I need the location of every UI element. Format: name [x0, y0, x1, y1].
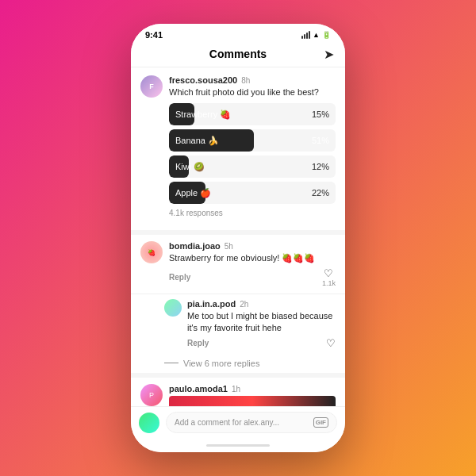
poll-pct-1: 51% [312, 136, 329, 145]
bomdia-meta: bomdia.joao 5h [169, 241, 336, 251]
phone-shell: 9:41 ▲ 🔋 Comments ➤ F fresco.sousa200 [131, 24, 345, 452]
comments-header: Comments ➤ [131, 43, 345, 67]
avatar-fresco[interactable]: F [140, 75, 163, 98]
poll-option-3[interactable]: Apple 🍎 22% [169, 182, 336, 204]
poll-pct-3: 22% [312, 188, 329, 198]
poll-option-1[interactable]: Banana 🍌 51% [169, 129, 336, 152]
pia-time: 2h [240, 300, 248, 309]
home-indicator [131, 438, 345, 452]
scroll-area[interactable]: F fresco.sousa200 8h Which fruit photo d… [131, 67, 345, 406]
bottom-bar: Add a comment for alex.any... GIF [131, 406, 345, 438]
bomdia-reply-btn[interactable]: Reply [169, 273, 190, 282]
pia-meta: pia.in.a.pod 2h [187, 299, 336, 309]
poll-comment-row: F fresco.sousa200 8h Which fruit photo d… [140, 75, 336, 221]
poll-username[interactable]: fresco.sousa200 [169, 75, 237, 85]
poll-comment-block: F fresco.sousa200 8h Which fruit photo d… [131, 67, 345, 235]
bomdia-time: 5h [225, 242, 233, 251]
poll-responses: 4.1k responses [169, 209, 336, 217]
poll-label-2: Kiwi 🥝 [169, 162, 211, 172]
paulo-time: 1h [232, 385, 240, 393]
battery-icon: 🔋 [322, 31, 331, 39]
poll-pct-2: 12% [312, 162, 329, 171]
heart-icon[interactable]: ♡ [324, 267, 333, 279]
paulo-content: paulo.amoda1 1h [169, 384, 336, 406]
paulo-username[interactable]: paulo.amoda1 [169, 384, 228, 393]
comment-input-placeholder: Add a comment for alex.any... [175, 418, 279, 427]
poll-question: Which fruit photo did you like the best? [169, 86, 336, 98]
view-more-line [164, 363, 178, 363]
poll-pct-0: 15% [312, 109, 329, 119]
view-more-text[interactable]: View 6 more replies [183, 359, 259, 368]
poll-option-2[interactable]: Kiwi 🥝 12% [169, 155, 336, 178]
pia-actions: Reply ♡ [187, 337, 336, 349]
paulo-meta: paulo.amoda1 1h [169, 384, 336, 393]
comment-bomdia-content: bomdia.joao 5h Strawberry for me obvious… [169, 241, 336, 286]
paulo-image-strip [169, 396, 336, 406]
poll-comment-content: fresco.sousa200 8h Which fruit photo did… [169, 75, 336, 221]
avatar-bomdia[interactable]: 🍓 [140, 241, 163, 263]
poll-label-0: Strawberry 🍓 [169, 109, 237, 120]
home-bar [206, 444, 270, 447]
poll-comment-meta: fresco.sousa200 8h [169, 75, 336, 85]
view-more-replies[interactable]: View 6 more replies [131, 354, 345, 378]
status-icons: ▲ 🔋 [301, 31, 331, 39]
poll-label-1: Banana 🍌 [169, 136, 225, 146]
bomdia-actions: Reply ♡ 1.1k [169, 267, 336, 287]
gif-badge[interactable]: GIF [313, 417, 328, 428]
sub-reply-pia: pia.in.a.pod 2h Me too but I might be bi… [131, 294, 345, 354]
comment-input[interactable]: Add a comment for alex.any... GIF [166, 412, 337, 433]
pia-heart-icon[interactable]: ♡ [326, 337, 336, 349]
avatar-current-user [139, 413, 159, 433]
poll-option-0[interactable]: Strawberry 🍓 15% [169, 103, 336, 125]
wifi-icon: ▲ [313, 31, 320, 39]
page-title: Comments [209, 48, 267, 60]
bomdia-username[interactable]: bomdia.joao [169, 241, 221, 251]
status-time: 9:41 [145, 30, 163, 40]
bomdia-like-area: ♡ 1.1k [322, 267, 336, 287]
pia-username[interactable]: pia.in.a.pod [187, 299, 236, 309]
avatar-paulo[interactable]: P [140, 384, 163, 406]
direct-send-icon[interactable]: ➤ [324, 47, 334, 62]
comment-bomdia: 🍓 bomdia.joao 5h Strawberry for me obvio… [131, 235, 345, 294]
third-comment-block: P paulo.amoda1 1h [131, 378, 345, 406]
poll-time: 8h [241, 76, 250, 85]
status-bar: 9:41 ▲ 🔋 [131, 24, 345, 43]
pia-content: pia.in.a.pod 2h Me too but I might be bi… [187, 299, 336, 349]
pia-reply-btn[interactable]: Reply [187, 339, 209, 347]
bomdia-text: Strawberry for me obviously! 🍓🍓🍓 [169, 252, 336, 264]
pia-text: Me too but I might be biased because it'… [187, 310, 336, 335]
bomdia-like-count: 1.1k [322, 279, 336, 287]
poll-label-3: Apple 🍎 [169, 188, 217, 198]
poll-container: Strawberry 🍓 15% Banana 🍌 51% Kiwi 🥝 12% [169, 103, 336, 204]
signal-icon [301, 31, 310, 39]
paulo-comment-row: P paulo.amoda1 1h [140, 384, 336, 406]
avatar-pia[interactable] [164, 299, 182, 317]
pia-like-area: ♡ [326, 337, 336, 349]
